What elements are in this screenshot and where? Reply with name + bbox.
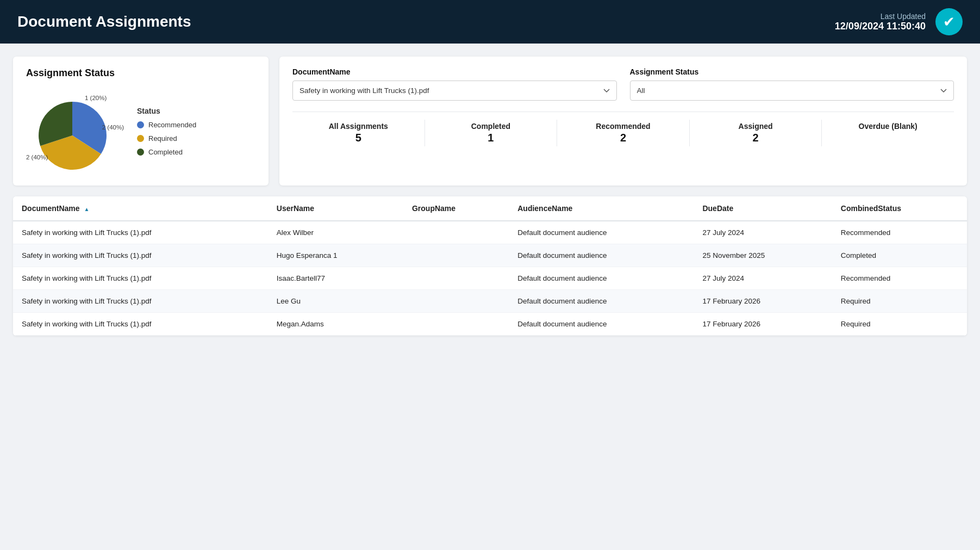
summary-row: All Assignments 5 Completed 1 Recommende… [292, 112, 954, 146]
cell-due-date: 17 February 2026 [694, 290, 832, 313]
cell-user-name: Hugo Esperanca 1 [268, 244, 403, 267]
table-row: Safety in working with Lift Trucks (1).p… [13, 221, 967, 244]
cell-group-name [403, 267, 509, 290]
col-combined-status: CombinedStatus [832, 196, 967, 221]
cell-combined-status: Completed [832, 244, 967, 267]
table-card: DocumentName ▲ UserName GroupName Audien… [13, 196, 967, 336]
cell-group-name [403, 313, 509, 336]
check-icon: ✔ [935, 8, 963, 35]
cell-audience-name: Default document audience [509, 221, 694, 244]
page-title: Document Assignments [17, 13, 191, 30]
document-name-filter-group: DocumentName Safety in working with Lift… [292, 67, 617, 101]
col-document-name[interactable]: DocumentName ▲ [13, 196, 268, 221]
col-audience-name: AudienceName [509, 196, 694, 221]
legend-item-status: Status [137, 107, 196, 115]
summary-all-value: 5 [297, 132, 420, 144]
cell-combined-status: Recommended [832, 221, 967, 244]
cell-combined-status: Recommended [832, 267, 967, 290]
cell-group-name [403, 290, 509, 313]
summary-all-assignments: All Assignments 5 [292, 120, 425, 146]
last-updated-block: Last Updated 12/09/2024 11:50:40 [835, 12, 926, 32]
cell-user-name: Lee Gu [268, 290, 403, 313]
main-content: Assignment Status [0, 44, 980, 349]
cell-combined-status: Required [832, 290, 967, 313]
summary-completed: Completed 1 [425, 120, 558, 146]
legend-dot-completed [137, 149, 144, 156]
cell-due-date: 27 July 2024 [694, 221, 832, 244]
document-name-select[interactable]: Safety in working with Lift Trucks (1).p… [292, 81, 617, 101]
summary-recommended: Recommended 2 [557, 120, 690, 146]
assignments-table: DocumentName ▲ UserName GroupName Audien… [13, 196, 967, 336]
legend-label-completed: Completed [148, 148, 183, 156]
header-right: Last Updated 12/09/2024 11:50:40 ✔ [835, 8, 963, 35]
summary-assigned-label: Assigned [694, 122, 817, 131]
summary-assigned-value: 2 [694, 132, 817, 144]
cell-audience-name: Default document audience [509, 290, 694, 313]
summary-completed-value: 1 [429, 132, 553, 144]
cell-combined-status: Required [832, 313, 967, 336]
cell-due-date: 27 July 2024 [694, 267, 832, 290]
cell-user-name: Alex Wilber [268, 221, 403, 244]
summary-recommended-label: Recommended [561, 122, 685, 131]
legend-item-required: Required [137, 134, 196, 143]
assignment-status-card: Assignment Status [13, 57, 269, 186]
cell-audience-name: Default document audience [509, 267, 694, 290]
cell-audience-name: Default document audience [509, 313, 694, 336]
last-updated-label: Last Updated [835, 12, 926, 21]
status-card-title: Assignment Status [26, 67, 255, 79]
legend-dot-required [137, 135, 144, 142]
summary-assigned: Assigned 2 [690, 120, 822, 146]
legend-label-required: Required [148, 134, 177, 143]
summary-overdue: Overdue (Blank) [822, 120, 954, 146]
legend-item-completed: Completed [137, 148, 196, 156]
col-user-name: UserName [268, 196, 403, 221]
table-row: Safety in working with Lift Trucks (1).p… [13, 267, 967, 290]
cell-doc-name: Safety in working with Lift Trucks (1).p… [13, 290, 268, 313]
top-row: Assignment Status [13, 57, 967, 186]
table-body: Safety in working with Lift Trucks (1).p… [13, 221, 967, 336]
cell-audience-name: Default document audience [509, 244, 694, 267]
table-row: Safety in working with Lift Trucks (1).p… [13, 290, 967, 313]
legend-item-recommended: Recommended [137, 121, 196, 129]
cell-group-name [403, 244, 509, 267]
cell-user-name: Isaac.Bartell77 [268, 267, 403, 290]
summary-overdue-label: Overdue (Blank) [826, 122, 950, 131]
chart-legend: Status Recommended Required Completed [137, 107, 196, 156]
legend-title: Status [137, 107, 160, 115]
pie-chart-container: 1 (20%) 2 (40%) 2 (40%) [26, 88, 124, 175]
col-group-name: GroupName [403, 196, 509, 221]
sort-arrow-document: ▲ [84, 206, 89, 212]
document-name-label: DocumentName [292, 67, 617, 76]
cell-doc-name: Safety in working with Lift Trucks (1).p… [13, 221, 268, 244]
pie-chart [26, 88, 124, 175]
app-header: Document Assignments Last Updated 12/09/… [0, 0, 980, 44]
legend-dot-recommended [137, 121, 144, 128]
legend-label-recommended: Recommended [148, 121, 196, 129]
col-due-date: DueDate [694, 196, 832, 221]
last-updated-time: 12/09/2024 11:50:40 [835, 21, 926, 32]
cell-doc-name: Safety in working with Lift Trucks (1).p… [13, 244, 268, 267]
cell-group-name [403, 221, 509, 244]
assignment-status-filter-group: Assignment Status All Completed Recommen… [630, 67, 954, 101]
filter-summary-card: DocumentName Safety in working with Lift… [279, 57, 967, 186]
cell-due-date: 25 November 2025 [694, 244, 832, 267]
assignment-status-select[interactable]: All Completed Recommended Assigned Overd… [630, 81, 954, 101]
status-card-body: 1 (20%) 2 (40%) 2 (40%) Status Recommend… [26, 88, 255, 175]
cell-doc-name: Safety in working with Lift Trucks (1).p… [13, 313, 268, 336]
assignment-status-filter-label: Assignment Status [630, 67, 954, 76]
table-row: Safety in working with Lift Trucks (1).p… [13, 244, 967, 267]
summary-recommended-value: 2 [561, 132, 685, 144]
summary-all-label: All Assignments [297, 122, 420, 131]
table-header-row: DocumentName ▲ UserName GroupName Audien… [13, 196, 967, 221]
cell-doc-name: Safety in working with Lift Trucks (1).p… [13, 267, 268, 290]
summary-completed-label: Completed [429, 122, 553, 131]
cell-due-date: 17 February 2026 [694, 313, 832, 336]
cell-user-name: Megan.Adams [268, 313, 403, 336]
table-row: Safety in working with Lift Trucks (1).p… [13, 313, 967, 336]
table-header: DocumentName ▲ UserName GroupName Audien… [13, 196, 967, 221]
filter-row: DocumentName Safety in working with Lift… [292, 67, 954, 101]
